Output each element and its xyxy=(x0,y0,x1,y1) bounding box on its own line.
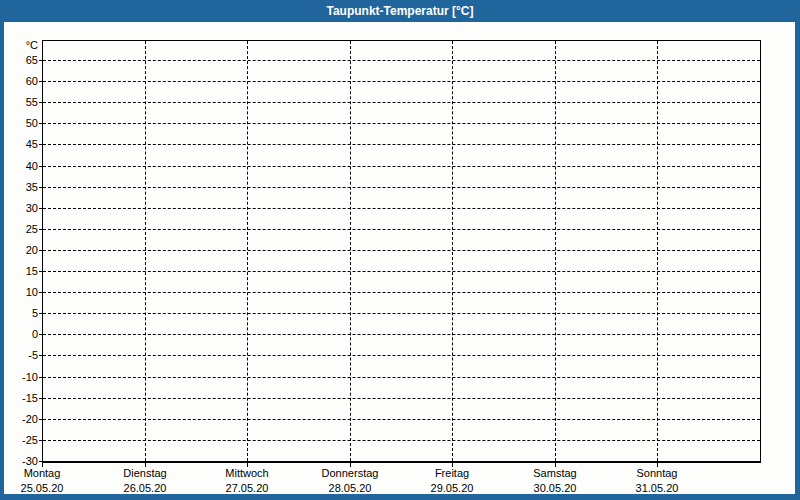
y-gridline xyxy=(43,229,760,230)
day-date-label: 31.05.20 xyxy=(605,481,709,494)
x-axis-day-label: Sonntag31.05.20 xyxy=(605,466,709,494)
day-name-label: Montag xyxy=(4,466,94,481)
plot-area xyxy=(42,40,761,463)
y-axis-tick xyxy=(39,123,42,124)
day-name-label: Samstag xyxy=(503,466,607,481)
y-gridline xyxy=(43,187,760,188)
y-axis-tick xyxy=(39,440,42,441)
day-name-label: Freitag xyxy=(400,466,504,481)
chart-title: Taupunkt-Temperatur [°C] xyxy=(326,4,473,18)
x-axis-day-label: Donnerstag28.05.20 xyxy=(298,466,402,494)
x-axis-day-label: Montag25.05.20 xyxy=(4,466,94,494)
y-gridline xyxy=(43,144,760,145)
y-axis-tick xyxy=(39,250,42,251)
y-axis-tick-label: -20 xyxy=(4,412,38,426)
y-axis-tick xyxy=(39,292,42,293)
y-axis-tick xyxy=(39,229,42,230)
x-axis-day-label: Dienstag26.05.20 xyxy=(93,466,197,494)
x-gridline xyxy=(657,41,658,461)
y-axis-unit-label: °C xyxy=(4,38,38,52)
x-gridline xyxy=(452,41,453,461)
y-axis-tick xyxy=(39,355,42,356)
y-gridline xyxy=(43,250,760,251)
y-gridline xyxy=(43,166,760,167)
y-axis-tick-label: -25 xyxy=(4,433,38,447)
chart-title-bar: Taupunkt-Temperatur [°C] xyxy=(0,0,800,22)
y-axis-tick xyxy=(39,144,42,145)
y-axis-tick-label: 45 xyxy=(4,137,38,151)
y-axis-tick xyxy=(39,60,42,61)
y-axis-tick-label: 25 xyxy=(4,222,38,236)
y-axis-tick xyxy=(39,102,42,103)
day-name-label: Sonntag xyxy=(605,466,709,481)
y-axis-tick-label: 65 xyxy=(4,53,38,67)
day-name-label: Dienstag xyxy=(93,466,197,481)
y-axis-tick-label: 20 xyxy=(4,243,38,257)
y-gridline xyxy=(43,208,760,209)
day-date-label: 28.05.20 xyxy=(298,481,402,494)
chart-content: °C 65605550454035302520151050-5-10-15-20… xyxy=(4,22,795,494)
y-gridline xyxy=(43,419,760,420)
day-date-label: 27.05.20 xyxy=(195,481,299,494)
y-gridline xyxy=(43,271,760,272)
y-gridline xyxy=(43,313,760,314)
y-axis-tick xyxy=(39,377,42,378)
x-gridline xyxy=(247,41,248,461)
y-axis-tick-label: 10 xyxy=(4,285,38,299)
y-gridline xyxy=(43,81,760,82)
x-axis-day-label: Mittwoch27.05.20 xyxy=(195,466,299,494)
y-gridline xyxy=(43,398,760,399)
y-axis-tick-label: 5 xyxy=(4,306,38,320)
y-axis-tick-label: 0 xyxy=(4,327,38,341)
y-axis-tick xyxy=(39,334,42,335)
y-axis-tick xyxy=(39,313,42,314)
y-axis-tick-label: 35 xyxy=(4,180,38,194)
y-gridline xyxy=(43,292,760,293)
y-axis-tick-label: 15 xyxy=(4,264,38,278)
y-gridline xyxy=(43,377,760,378)
x-gridline xyxy=(555,41,556,461)
y-axis-tick xyxy=(39,461,42,462)
y-axis-tick-label: 40 xyxy=(4,159,38,173)
chart-window: Taupunkt-Temperatur [°C] °C 656055504540… xyxy=(0,0,800,500)
y-axis-tick xyxy=(39,187,42,188)
y-axis-tick-label: 30 xyxy=(4,201,38,215)
y-gridline xyxy=(43,355,760,356)
x-axis-day-label: Samstag30.05.20 xyxy=(503,466,607,494)
y-gridline xyxy=(43,440,760,441)
y-axis-tick-label: 55 xyxy=(4,95,38,109)
day-date-label: 25.05.20 xyxy=(4,481,94,494)
y-gridline xyxy=(43,102,760,103)
y-axis-tick-label: -15 xyxy=(4,391,38,405)
day-date-label: 29.05.20 xyxy=(400,481,504,494)
day-name-label: Mittwoch xyxy=(195,466,299,481)
y-axis-tick-label: -5 xyxy=(4,348,38,362)
x-gridline xyxy=(350,41,351,461)
y-axis-tick xyxy=(39,419,42,420)
y-axis-tick xyxy=(39,398,42,399)
y-gridline xyxy=(43,123,760,124)
day-date-label: 30.05.20 xyxy=(503,481,607,494)
y-axis-tick-label: 60 xyxy=(4,74,38,88)
y-axis-tick-label: -10 xyxy=(4,370,38,384)
day-date-label: 26.05.20 xyxy=(93,481,197,494)
y-gridline xyxy=(43,60,760,61)
y-axis-tick-label: 50 xyxy=(4,116,38,130)
y-axis-tick xyxy=(39,271,42,272)
y-axis-tick xyxy=(39,81,42,82)
y-gridline xyxy=(43,334,760,335)
y-axis-tick xyxy=(39,208,42,209)
y-axis-tick xyxy=(39,166,42,167)
x-gridline xyxy=(145,41,146,461)
day-name-label: Donnerstag xyxy=(298,466,402,481)
x-axis-day-label: Freitag29.05.20 xyxy=(400,466,504,494)
